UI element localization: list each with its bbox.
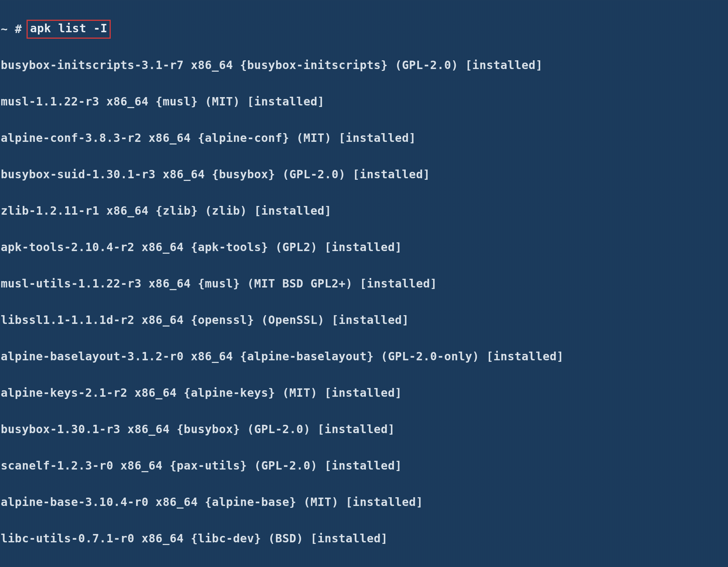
- pkg-line: busybox-1.30.1-r3 x86_64 {busybox} (GPL-…: [1, 420, 728, 438]
- prompt-hash: #: [15, 22, 22, 36]
- pkg-line: musl-utils-1.1.22-r3 x86_64 {musl} (MIT …: [1, 275, 728, 293]
- prompt-line: ~ # apk list -I: [1, 20, 728, 38]
- prompt-tilde: ~: [1, 22, 8, 36]
- pkg-line: alpine-baselayout-3.1.2-r0 x86_64 {alpin…: [1, 347, 728, 366]
- cmd-apk-list: apk list -I: [30, 22, 107, 35]
- pkg-line: alpine-conf-3.8.3-r2 x86_64 {alpine-conf…: [1, 129, 728, 147]
- pkg-line: scanelf-1.2.3-r0 x86_64 {pax-utils} (GPL…: [1, 457, 728, 475]
- pkg-line: libc-utils-0.7.1-r0 x86_64 {libc-dev} (B…: [1, 529, 728, 548]
- highlight-box-cmd1: apk list -I: [27, 20, 111, 39]
- pkg-line: alpine-keys-2.1-r2 x86_64 {alpine-keys} …: [1, 384, 728, 402]
- pkg-line: busybox-suid-1.30.1-r3 x86_64 {busybox} …: [1, 165, 728, 184]
- pkg-line: apk-tools-2.10.4-r2 x86_64 {apk-tools} (…: [1, 238, 728, 256]
- pkg-line: musl-1.1.22-r3 x86_64 {musl} (MIT) [inst…: [1, 93, 728, 111]
- pkg-line: alpine-base-3.10.4-r0 x86_64 {alpine-bas…: [1, 493, 728, 511]
- terminal[interactable]: ~ # apk list -I busybox-initscripts-3.1-…: [0, 0, 728, 567]
- pkg-line: busybox-initscripts-3.1-r7 x86_64 {busyb…: [1, 56, 728, 74]
- pkg-line: zlib-1.2.11-r1 x86_64 {zlib} (zlib) [ins…: [1, 202, 728, 220]
- pkg-line: libssl1.1-1.1.1d-r2 x86_64 {openssl} (Op…: [1, 311, 728, 329]
